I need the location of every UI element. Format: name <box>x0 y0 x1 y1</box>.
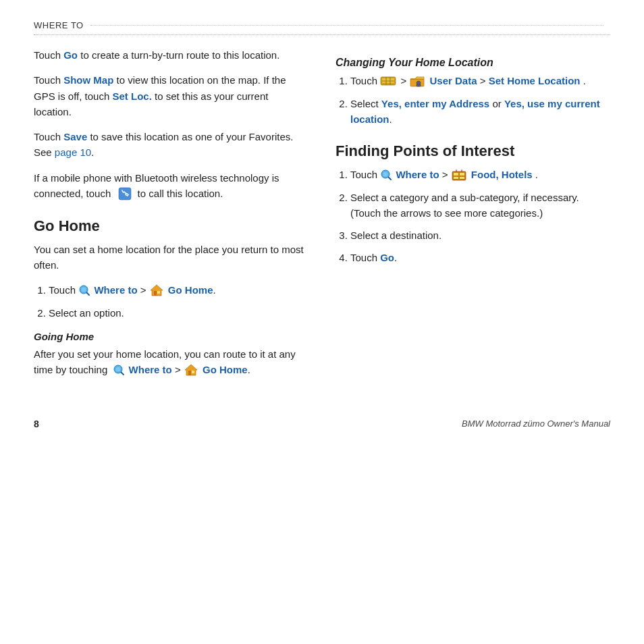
page-header: Where To <box>34 20 610 35</box>
fi-go-link: Go <box>380 252 394 263</box>
where-to-search-icon-1 <box>78 284 90 296</box>
go-home-steps: Touch Where to > Go Home. Select an opti <box>49 282 308 321</box>
yes-address-link: Yes, enter my Address <box>381 98 489 109</box>
two-column-layout: Touch Go to create a turn-by-turn route … <box>34 47 610 387</box>
changing-home-title: Changing Your Home Location <box>336 57 610 69</box>
go-home-link-1: Go Home <box>168 284 213 296</box>
svg-rect-14 <box>382 78 394 80</box>
svg-line-22 <box>389 177 392 180</box>
svg-rect-15 <box>382 82 394 83</box>
save-link: Save <box>63 131 87 142</box>
finding-poi-steps: Touch Where to > <box>350 167 610 266</box>
svg-rect-19 <box>417 84 421 86</box>
changing-step-1: Touch > User Data > <box>350 73 610 89</box>
svg-point-8 <box>116 367 121 371</box>
wrench-icon <box>380 74 396 88</box>
svg-rect-12 <box>192 371 194 373</box>
para-show-map: Touch Show Map to view this location on … <box>34 72 308 119</box>
page-link: page 10 <box>55 146 91 158</box>
page-footer: 8 BMW Motorrad zümo Owner's Manual <box>34 414 610 429</box>
user-data-link: User Data <box>429 75 477 86</box>
para-save: Touch Save to save this location as one … <box>34 129 308 161</box>
going-home-subtitle: Going Home <box>34 331 308 342</box>
where-to-text-1: Where to <box>94 284 137 296</box>
svg-rect-17 <box>390 77 391 85</box>
where-to-search-icon-3 <box>380 169 392 181</box>
svg-rect-16 <box>385 77 387 85</box>
go-home-icon-2 <box>184 363 198 377</box>
going-home-para: After you set your home location, you ca… <box>34 346 308 378</box>
svg-rect-25 <box>460 173 464 176</box>
svg-rect-26 <box>454 177 458 179</box>
manual-title: BMW Motorrad zümo Owner's Manual <box>462 419 610 429</box>
go-link: Go <box>63 49 78 61</box>
go-home-description: You can set a home location for the plac… <box>34 242 308 273</box>
svg-line-9 <box>122 372 124 375</box>
svg-rect-23 <box>452 171 466 180</box>
fi-step-2: Select a category and a sub-category, if… <box>350 190 610 221</box>
set-loc-link: Set Loc. <box>112 90 151 102</box>
para-bluetooth: If a mobile phone with Bluetooth wireles… <box>34 170 308 203</box>
para-go: Touch Go to create a turn-by-turn route … <box>34 47 308 63</box>
go-home-link-2: Go Home <box>203 364 248 375</box>
svg-rect-13 <box>381 77 396 85</box>
svg-point-21 <box>383 171 388 176</box>
go-home-icon-1 <box>149 284 164 297</box>
where-to-text-2: Where to <box>129 364 172 375</box>
set-home-location-link: Set Home Location <box>489 75 581 86</box>
go-home-step-1: Touch Where to > Go Home. <box>49 282 308 298</box>
svg-line-3 <box>87 293 90 296</box>
user-data-folder-icon <box>409 74 425 88</box>
where-to-text-3: Where to <box>396 169 439 180</box>
food-hotels-link: Food, Hotels <box>471 169 533 180</box>
svg-point-2 <box>82 288 86 292</box>
fi-step-1: Touch Where to > <box>350 167 610 183</box>
changing-step-2: Select Yes, enter my Address or Yes, use… <box>350 96 610 128</box>
fi-step-3: Select a destination. <box>350 227 610 243</box>
show-map-link: Show Map <box>63 74 113 86</box>
food-hotels-icon <box>451 168 467 182</box>
where-to-search-icon-2 <box>113 364 125 376</box>
header-divider <box>90 25 603 26</box>
svg-rect-0 <box>119 188 131 200</box>
svg-rect-24 <box>454 173 458 176</box>
changing-home-steps: Touch > User Data > <box>350 73 610 128</box>
svg-rect-6 <box>157 291 160 294</box>
header-title: Where To <box>34 20 84 30</box>
page-number: 8 <box>34 419 39 429</box>
left-column: Touch Go to create a turn-by-turn route … <box>34 47 308 387</box>
svg-rect-27 <box>460 177 464 179</box>
fi-step-4: Touch Go. <box>350 250 610 265</box>
phone-icon <box>117 186 132 201</box>
go-home-step-2: Select an option. <box>49 305 308 321</box>
go-home-title: Go Home <box>34 217 308 235</box>
svg-rect-5 <box>154 291 157 296</box>
finding-poi-title: Finding Points of Interest <box>336 142 610 160</box>
right-column: Changing Your Home Location Touch > <box>336 47 610 387</box>
svg-rect-11 <box>188 371 191 375</box>
